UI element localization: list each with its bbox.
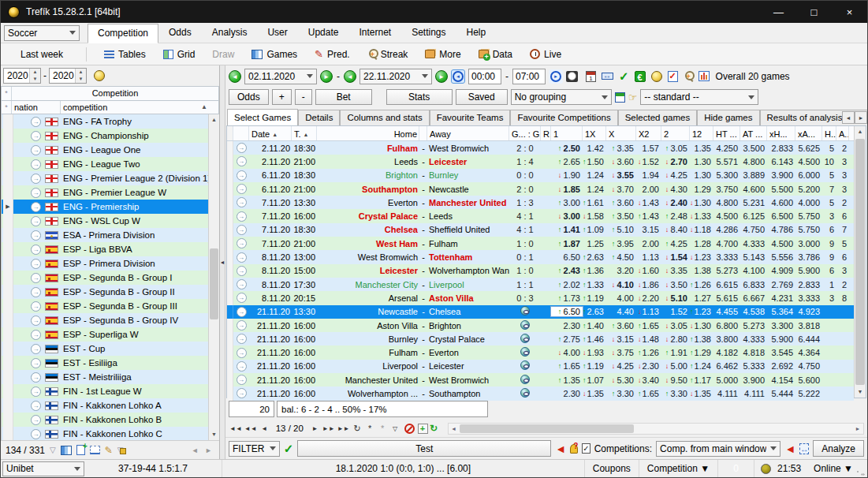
odds-12[interactable]: 1.35 xyxy=(690,144,713,153)
tab-favourite-competitions[interactable]: Favourite Competitions xyxy=(510,110,617,125)
odds-12[interactable]: 1.29 xyxy=(690,185,713,194)
odds-1x[interactable]: ↑2.63 xyxy=(583,252,606,262)
open-game-icon[interactable]: → xyxy=(237,320,247,330)
odds-2[interactable]: ↓5.00 xyxy=(661,361,690,371)
competition-tree-item-est-cup[interactable]: → EST - Cup xyxy=(2,342,208,356)
stats-button[interactable]: Stats xyxy=(386,89,453,105)
selection-box-icon[interactable] xyxy=(90,446,100,454)
open-competition-icon[interactable]: → xyxy=(31,145,41,155)
odds-x[interactable]: ↑3.30 xyxy=(606,389,636,398)
odds-x2[interactable]: ↓1.13 xyxy=(636,307,661,316)
scroll-up-icon[interactable]: ▲ xyxy=(855,126,866,137)
add-green-icon[interactable]: + xyxy=(418,424,428,434)
competition-tree-item-fin-kakkonen-lohko-a[interactable]: → FIN - Kakkonen Lohko A xyxy=(2,398,208,413)
competition-tree-item-est-meistriliiga[interactable]: → EST - Meistriliiga xyxy=(2,370,208,384)
open-game-icon[interactable]: → xyxy=(237,266,247,276)
competition-tree-item-esp-segunda-b-group-i[interactable]: → ESP - Segunda B - Group I xyxy=(2,271,208,285)
odds-12[interactable]: 1.30 xyxy=(690,157,713,166)
hand-pointer-icon[interactable]: ☞ xyxy=(628,91,638,103)
odds-x[interactable]: ↓3.70 xyxy=(606,185,636,194)
menu-item-settings[interactable]: Settings xyxy=(401,23,456,43)
odds-x[interactable]: ↑3.35 xyxy=(606,144,636,153)
game-row[interactable]: → 21.11.20 16:00 Manchester United - Wes… xyxy=(227,373,854,387)
close-button[interactable]: × xyxy=(832,1,867,23)
header-star-icon[interactable]: * xyxy=(2,87,12,100)
nav-next-button[interactable]: ► xyxy=(309,422,321,435)
odds-1[interactable]: ↑2.50 xyxy=(551,144,583,153)
odds-1x[interactable]: ↑1.19 xyxy=(583,293,606,303)
tab-favourite-teams[interactable]: Favourite Teams xyxy=(430,110,511,125)
odds-1x[interactable]: ↑2.63 xyxy=(583,307,606,316)
odds-x2[interactable]: ↑1.26 xyxy=(636,348,661,357)
column-odds-1x[interactable]: 1X xyxy=(583,126,606,140)
minus-button[interactable]: - xyxy=(295,89,312,105)
odds-12[interactable]: ↑1.29 xyxy=(690,348,713,357)
column-odds-1[interactable]: 1 xyxy=(551,126,583,140)
game-row[interactable]: → 2.11.20 18:30 Fulham - West Bromwich 2… xyxy=(227,141,854,155)
open-game-icon[interactable]: → xyxy=(237,211,247,222)
odds-1[interactable]: ↑2.43 xyxy=(551,266,583,275)
column-r[interactable]: R. xyxy=(541,126,551,140)
open-game-icon[interactable]: → xyxy=(237,238,247,248)
date-from-select[interactable]: 02.11.2020 xyxy=(244,69,317,84)
competition-tree-item-esp-segunda-b-group-iii[interactable]: → ESP - Segunda B - Group III xyxy=(2,299,208,313)
odds-2[interactable]: ↓3.35 xyxy=(661,266,690,275)
column-odds-2[interactable]: 2 xyxy=(661,126,690,140)
grid-button[interactable]: Grid xyxy=(155,46,203,63)
competition-tree-item-eng-league-two[interactable]: → ENG - League Two xyxy=(2,157,208,171)
odds-12[interactable]: 1.28 xyxy=(690,239,713,248)
game-row[interactable]: → 6.11.20 18:30 Brighton - Burnley 0 : 0… xyxy=(227,169,854,182)
odds-12[interactable]: ↓1.33 xyxy=(690,211,713,221)
minimize-button[interactable]: — xyxy=(761,1,796,23)
column-away[interactable]: Away xyxy=(427,126,509,140)
odds-2[interactable]: ↓3.05 xyxy=(661,321,690,330)
open-competition-icon[interactable]: → xyxy=(31,287,41,297)
table-view-icon[interactable] xyxy=(61,446,72,455)
competition-tree-item-esp-superliga-w[interactable]: → ESP - Superliga W xyxy=(2,327,208,342)
open-competition-icon[interactable]: → xyxy=(31,401,41,411)
refresh-green-icon[interactable]: ↻ xyxy=(429,424,439,434)
nav-fast-prev-button[interactable]: ◄◄ xyxy=(244,422,258,435)
open-game-icon[interactable]: → xyxy=(237,156,247,166)
checklist-icon[interactable] xyxy=(668,71,678,82)
last-week-button[interactable]: Last week xyxy=(1,49,83,60)
odds-x2[interactable]: 1.94 xyxy=(636,170,661,180)
game-row[interactable]: → 7.11.20 21:00 West Ham - Fulham 1 : 0 … xyxy=(227,237,854,250)
column-nation[interactable]: nation xyxy=(12,101,61,114)
odds-x[interactable]: 4.40 xyxy=(606,307,636,316)
year-to-spinner[interactable]: 2020 ▲▼ xyxy=(49,68,87,84)
scroll-left-icon[interactable]: ◄ xyxy=(449,424,460,434)
odds-12[interactable]: ↑1.17 xyxy=(690,375,713,385)
column-odds-12[interactable]: 12 xyxy=(690,126,713,140)
odds-2[interactable]: ↓2.80 xyxy=(661,334,690,344)
odds-1[interactable]: ↑1.65 xyxy=(551,361,583,371)
odds-1x[interactable]: ↑1.61 xyxy=(583,198,606,207)
game-row[interactable]: → 2.11.20 21:00 Leeds - Leicester 1 : 4 … xyxy=(227,155,854,168)
filter-funnel-icon[interactable]: ▽ xyxy=(50,446,56,454)
odds-12[interactable]: 1.27 xyxy=(690,293,713,303)
games-button[interactable]: Games xyxy=(244,46,305,63)
odds-x2[interactable]: ↓1.43 xyxy=(636,198,661,207)
open-competition-icon[interactable]: → xyxy=(31,344,41,354)
competitions-checkbox[interactable]: ✓ xyxy=(582,443,590,454)
interval-icon[interactable] xyxy=(602,73,613,80)
odds-1[interactable]: ↑2.65 xyxy=(551,157,583,166)
competition-tree-item-eng-fa-trophy[interactable]: → ENG - FA Trophy xyxy=(2,114,208,129)
game-row[interactable]: → 21.11.20 16:00 Fulham - Everton ↓4.00 … xyxy=(227,345,854,359)
competition-tree-item-fin-kakkonen-lohko-b[interactable]: → FIN - Kakkonen Lohko B xyxy=(2,413,208,427)
dark-clock-icon[interactable] xyxy=(566,71,578,82)
tab-scroll-buttons[interactable]: ◄ ► xyxy=(842,111,867,124)
odds-x2[interactable]: 2.00 xyxy=(636,239,661,248)
odds-x2[interactable]: ↓1.48 xyxy=(636,334,661,344)
odds-1[interactable]: ↑1.35 xyxy=(551,375,583,385)
collapse-left-icon[interactable]: ◄ xyxy=(220,260,225,265)
odds-x[interactable]: ↓3.55 xyxy=(606,170,636,180)
odds-12[interactable]: ↓1.35 xyxy=(690,389,713,398)
odds-2[interactable]: ↑1.91 xyxy=(661,348,690,357)
odds-x2[interactable]: 1.13 xyxy=(636,252,661,262)
open-competition-icon[interactable]: → xyxy=(31,216,41,226)
competition-tree-item-esp-segunda-b-group-iv[interactable]: → ESP - Segunda B - Group IV xyxy=(2,313,208,327)
game-row[interactable]: → 21.11.20 16:00 Aston Villa - Brighton … xyxy=(227,319,854,332)
competition-tree-item-fin-1st-league-w[interactable]: → FIN - 1st League W xyxy=(2,384,208,398)
odds-1[interactable]: ↓3.00 xyxy=(551,211,583,221)
